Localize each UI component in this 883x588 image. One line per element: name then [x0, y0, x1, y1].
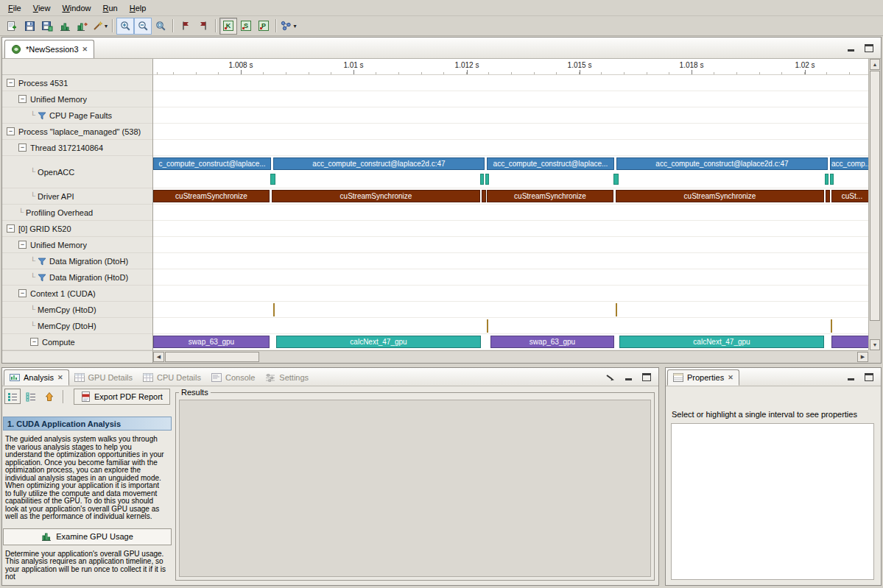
tab-analysis[interactable]: Analysis ✕	[4, 369, 69, 386]
minimize-icon[interactable]	[846, 373, 856, 381]
tab-newsession3[interactable]: *NewSession3 ✕	[4, 40, 94, 58]
examine-gpu-usage-button[interactable]: Examine GPU Usage	[3, 528, 172, 545]
close-icon[interactable]: ✕	[57, 374, 63, 381]
filter-icon[interactable]	[38, 257, 46, 266]
driver-api-interval[interactable]	[826, 190, 830, 202]
tab-console[interactable]: Console	[206, 369, 260, 386]
openacc-interval[interactable]: acc_comp...	[830, 157, 868, 170]
tree-row-driver-api[interactable]: └ Driver API	[2, 188, 152, 205]
memcpy-htod-interval[interactable]	[273, 303, 275, 316]
tree-row-memcpy-htod[interactable]: └ MemCpy (HtoD)	[2, 302, 152, 318]
back-up-button[interactable]	[41, 389, 57, 404]
minimize-icon[interactable]	[846, 44, 856, 52]
driver-api-interval[interactable]: cuStreamSynchronize	[616, 190, 824, 202]
tree-row-grid-k520[interactable]: − [0] GRID K520	[2, 221, 152, 237]
driver-api-interval[interactable]: cuStreamSynchronize	[272, 190, 480, 202]
collapse-icon[interactable]: −	[18, 144, 27, 152]
new-session-button[interactable]	[3, 18, 21, 35]
maximize-icon[interactable]	[865, 44, 873, 52]
scroll-left-icon[interactable]: ◀	[153, 352, 164, 362]
tree-row-process-4531[interactable]: − Process 4531	[2, 75, 152, 91]
openacc-wait-interval[interactable]	[485, 174, 489, 185]
tree-row-thread-3172140864[interactable]: − Thread 3172140864	[2, 140, 152, 156]
tree-row-memcpy-dtoh[interactable]: └ MemCpy (DtoH)	[2, 318, 152, 334]
tree-row-data-migration-dtoh[interactable]: └ Data Migration (DtoH)	[2, 253, 152, 269]
filter-icon[interactable]	[38, 273, 46, 282]
tree-row-process-laplace-managed[interactable]: − Process "laplace_managed" (538)	[2, 124, 152, 140]
tab-settings[interactable]: Settings	[260, 369, 314, 386]
unguided-mode-button[interactable]	[23, 389, 39, 404]
zoom-in-button[interactable]	[116, 18, 134, 35]
vertical-scrollbar[interactable]: ▲ ▼	[868, 59, 881, 350]
tree-row-context-1-cuda[interactable]: − Context 1 (CUDA)	[2, 286, 152, 302]
openacc-wait-interval[interactable]	[613, 174, 619, 185]
collapse-icon[interactable]: −	[18, 289, 27, 297]
menu-file[interactable]: File	[2, 1, 27, 15]
openacc-wait-interval[interactable]	[480, 174, 484, 185]
next-marker-button[interactable]	[194, 18, 212, 35]
menu-window[interactable]: Window	[56, 1, 96, 15]
maximize-icon[interactable]	[865, 373, 873, 381]
export-pdf-button[interactable]: Export PDF Report	[74, 389, 170, 405]
collapse-icon[interactable]: −	[7, 224, 15, 233]
driver-api-interval[interactable]: cuStreamSynchronize	[487, 190, 613, 202]
scroll-up-icon[interactable]: ▲	[870, 59, 880, 70]
collapse-icon[interactable]: −	[7, 79, 15, 87]
tree-row-unified-memory-1[interactable]: − Unified Memory	[2, 91, 152, 107]
kernel-interval[interactable]: calcNext_47_gpu	[276, 336, 481, 348]
collapse-icon[interactable]: −	[18, 95, 27, 103]
process-highlight-toggle[interactable]: P	[255, 18, 272, 35]
tab-cpu-details[interactable]: CPU Details	[138, 369, 206, 386]
tab-gpu-details[interactable]: GPU Details	[69, 369, 138, 386]
memcpy-dtoh-interval[interactable]	[831, 319, 832, 333]
scroll-right-icon[interactable]: ▶	[857, 352, 868, 362]
stream-highlight-toggle[interactable]: S	[237, 18, 255, 35]
driver-api-interval[interactable]: cuStreamSynchronize	[153, 190, 270, 202]
memcpy-dtoh-interval[interactable]	[487, 319, 488, 333]
close-icon[interactable]: ✕	[82, 46, 88, 53]
collapse-icon[interactable]: −	[18, 241, 27, 249]
kernel-interval[interactable]: swap_63_gpu	[490, 336, 614, 348]
tree-row-data-migration-htod[interactable]: └ Data Migration (HtoD)	[2, 269, 152, 286]
kernel-interval[interactable]: swap_63_gpu	[153, 336, 270, 348]
view-menu-icon[interactable]	[606, 374, 615, 381]
scroll-down-icon[interactable]: ▼	[870, 339, 880, 350]
kernel-interval[interactable]: calcNext_47_gpu	[619, 336, 824, 348]
export-report-button[interactable]	[74, 18, 91, 35]
configure-button[interactable]: ▾	[91, 18, 109, 35]
driver-api-interval[interactable]: cuSt...	[831, 190, 868, 202]
openacc-interval[interactable]: acc_compute_construct@laplace2d.c:47	[616, 157, 828, 170]
maximize-icon[interactable]	[642, 373, 651, 381]
time-ruler[interactable]: 1.008 s 1.01 s 1.012 s 1.015 s 1.018 s 1…	[153, 59, 868, 75]
menu-help[interactable]: Help	[124, 1, 152, 15]
horizontal-scrollbar[interactable]: ◀ ▶	[153, 350, 868, 363]
save-button[interactable]	[21, 18, 38, 35]
zoom-fit-button[interactable]	[152, 18, 169, 35]
zoom-out-button[interactable]	[134, 18, 152, 35]
guided-analysis-button[interactable]: ▾	[280, 18, 298, 35]
collapse-icon[interactable]: −	[7, 127, 15, 135]
openacc-interval[interactable]: acc_compute_construct@laplace...	[487, 157, 614, 170]
save-all-button[interactable]	[38, 18, 56, 35]
minimize-icon[interactable]	[624, 373, 633, 381]
menu-view[interactable]: View	[27, 1, 57, 15]
horizontal-scroll-thumb[interactable]	[165, 352, 259, 362]
kernel-interval[interactable]	[831, 336, 868, 348]
timeline-canvas[interactable]: c_compute_construct@laplace... acc_compu…	[153, 75, 868, 350]
menu-run[interactable]: Run	[97, 1, 124, 15]
prev-marker-button[interactable]	[177, 18, 194, 35]
kernel-highlight-toggle[interactable]: K	[219, 18, 237, 35]
openacc-wait-interval[interactable]	[270, 174, 275, 185]
tree-row-compute[interactable]: − Compute	[2, 334, 152, 350]
openacc-wait-interval[interactable]	[830, 174, 834, 185]
close-icon[interactable]: ✕	[728, 374, 734, 381]
filter-icon[interactable]	[38, 111, 46, 120]
tree-row-unified-memory-2[interactable]: − Unified Memory	[2, 237, 152, 253]
vertical-scroll-thumb[interactable]	[870, 71, 880, 321]
openacc-interval[interactable]: c_compute_construct@laplace...	[153, 157, 271, 170]
openacc-interval[interactable]: acc_compute_construct@laplace2d.c:47	[273, 157, 485, 170]
guided-mode-button[interactable]	[4, 389, 21, 404]
collapse-icon[interactable]: −	[30, 338, 38, 346]
tree-row-profiling-overhead[interactable]: └ Profiling Overhead	[2, 205, 152, 221]
timeline-report-button[interactable]	[56, 18, 74, 35]
